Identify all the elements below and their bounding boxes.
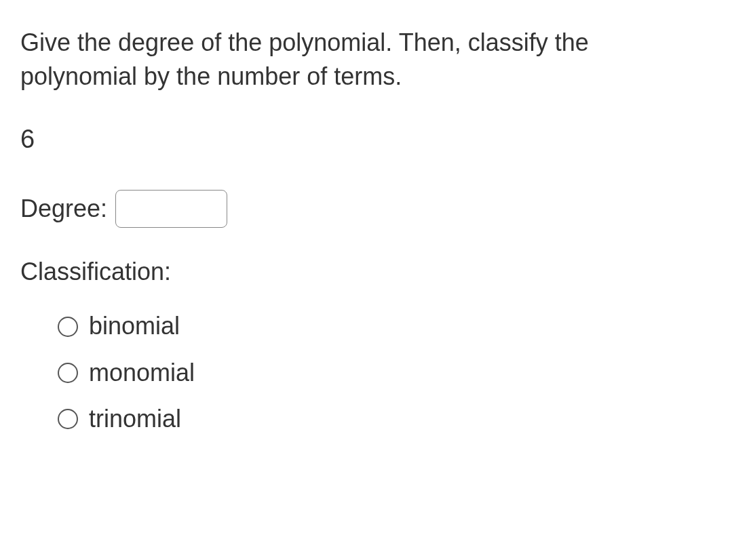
option-label: monomial (89, 356, 195, 390)
radio-icon[interactable] (58, 363, 78, 383)
option-monomial[interactable]: monomial (58, 356, 712, 390)
radio-icon[interactable] (58, 317, 78, 337)
option-label: trinomial (89, 402, 181, 436)
radio-icon[interactable] (58, 409, 78, 429)
option-binomial[interactable]: binomial (58, 309, 712, 343)
polynomial-expression: 6 (20, 121, 712, 157)
option-trinomial[interactable]: trinomial (58, 402, 712, 436)
option-label: binomial (89, 309, 180, 343)
classification-label: Classification: (20, 255, 712, 289)
degree-input[interactable] (115, 190, 227, 228)
degree-row: Degree: (20, 190, 712, 228)
question-prompt: Give the degree of the polynomial. Then,… (20, 26, 712, 94)
degree-label: Degree: (20, 192, 107, 226)
classification-options: binomial monomial trinomial (20, 309, 712, 436)
